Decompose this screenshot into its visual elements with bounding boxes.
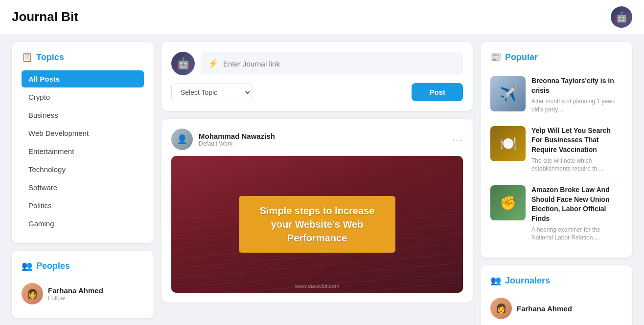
topic-item-entertainment[interactable]: Entertainment bbox=[22, 143, 144, 160]
bolt-icon: ⚡ bbox=[207, 58, 218, 69]
popular-title-1: Yelp Will Let You Search For Businesses … bbox=[531, 126, 622, 155]
journalers-header: 👥 Journalers bbox=[490, 275, 622, 286]
popular-content-1: Yelp Will Let You Search For Businesses … bbox=[531, 126, 622, 173]
topic-item-gaming[interactable]: Gaming bbox=[22, 215, 144, 232]
popular-title: Popular bbox=[505, 52, 538, 63]
journaler-item-0: 👩 Farhana Ahmed bbox=[490, 294, 622, 323]
journaler-avatar-0: 👩 bbox=[490, 298, 512, 319]
post-image: Simple steps to Increase your Website's … bbox=[171, 156, 463, 293]
popular-header: 📰 Popular bbox=[490, 52, 622, 63]
post-overlay-box: Simple steps to Increase your Website's … bbox=[239, 196, 395, 253]
peoples-icon: 👥 bbox=[22, 260, 32, 271]
people-item: 👩 Farhana Ahmed Follow bbox=[22, 279, 144, 308]
post-author-sub: Default Work bbox=[199, 140, 275, 147]
post-avatar: 👤 bbox=[171, 129, 193, 150]
journaler-info-0: Farhana Ahmed bbox=[517, 304, 572, 313]
header: Journal Bit 🤖 bbox=[0, 0, 644, 34]
post-composer: 🤖 ⚡ Select Topic Crypto Business Web Dev… bbox=[161, 42, 473, 111]
popular-desc-0: After months of planning 1 year-old's pa… bbox=[531, 97, 622, 114]
people-name: Farhana Ahmed bbox=[48, 286, 103, 295]
topic-item-web-development[interactable]: Web Development bbox=[22, 125, 144, 142]
topics-icon: 📋 bbox=[22, 52, 32, 63]
topic-item-all-posts[interactable]: All Posts bbox=[22, 70, 144, 87]
popular-img-crowd: 🍽️ bbox=[490, 126, 526, 161]
app-title: Journal Bit bbox=[12, 9, 78, 24]
topic-item-crypto[interactable]: Crypto bbox=[22, 88, 144, 106]
peoples-card: 👥 Peoples 👩 Farhana Ahmed Follow bbox=[12, 251, 154, 318]
journalers-card: 👥 Journalers 👩 Farhana Ahmed bbox=[481, 265, 632, 325]
left-sidebar: 📋 Topics All Posts Crypto Business Web D… bbox=[12, 42, 154, 325]
avatar-icon: 🤖 bbox=[616, 11, 628, 23]
popular-desc-1: The site will note which establishments … bbox=[531, 157, 622, 173]
peoples-title: Peoples bbox=[36, 261, 70, 271]
popular-img-plane: ✈️ bbox=[490, 76, 526, 111]
topics-header: 📋 Topics bbox=[22, 52, 144, 63]
people-info: Farhana Ahmed Follow bbox=[48, 286, 103, 302]
post-header: 👤 Mohammad Nawazish Default Work ··· bbox=[171, 129, 463, 150]
post-menu-button[interactable]: ··· bbox=[452, 134, 463, 145]
popular-item-1[interactable]: 🍽️ Yelp Will Let You Search For Business… bbox=[490, 120, 622, 179]
popular-title-0: Breonna Taylors'city is in crisis bbox=[531, 76, 622, 95]
popular-item-0[interactable]: ✈️ Breonna Taylors'city is in crisis Aft… bbox=[490, 70, 622, 120]
popular-title-2: Amazon Broke Law And Should Face New Uni… bbox=[531, 185, 622, 223]
topics-title: Topics bbox=[36, 52, 64, 63]
right-sidebar: 📰 Popular ✈️ Breonna Taylors'city is in … bbox=[481, 42, 632, 325]
post-author-info: 👤 Mohammad Nawazish Default Work bbox=[171, 129, 275, 150]
post-card: 👤 Mohammad Nawazish Default Work ··· Sim… bbox=[161, 119, 473, 303]
feed: 🤖 ⚡ Select Topic Crypto Business Web Dev… bbox=[161, 42, 473, 325]
topic-item-business[interactable]: Business bbox=[22, 107, 144, 124]
topic-item-politics[interactable]: Politics bbox=[22, 197, 144, 214]
popular-img-2: ✊ bbox=[490, 185, 526, 220]
journal-link-input[interactable] bbox=[223, 60, 456, 68]
post-button[interactable]: Post bbox=[412, 83, 463, 101]
main-layout: 📋 Topics All Posts Crypto Business Web D… bbox=[0, 34, 644, 325]
post-author-name: Mohammad Nawazish bbox=[199, 132, 275, 140]
popular-card: 📰 Popular ✈️ Breonna Taylors'city is in … bbox=[481, 42, 632, 258]
popular-img-protest: ✊ bbox=[490, 185, 526, 220]
topic-item-software[interactable]: Software bbox=[22, 179, 144, 196]
popular-img-1: 🍽️ bbox=[490, 126, 526, 161]
composer-bottom: Select Topic Crypto Business Web Develop… bbox=[171, 83, 463, 101]
people-sub: Follow bbox=[48, 295, 103, 302]
post-image-url: www.davsclot.com bbox=[295, 283, 339, 289]
popular-icon: 📰 bbox=[490, 52, 501, 63]
popular-img-0: ✈️ bbox=[490, 76, 526, 111]
topic-select[interactable]: Select Topic Crypto Business Web Develop… bbox=[171, 84, 252, 101]
topic-item-technology[interactable]: Technology bbox=[22, 161, 144, 178]
post-overlay-text: Simple steps to Increase your Website's … bbox=[253, 204, 382, 245]
composer-input-wrap: ⚡ bbox=[201, 52, 463, 75]
popular-desc-2: A hearing examiner for the National Labo… bbox=[531, 226, 622, 242]
topic-list: All Posts Crypto Business Web Developmen… bbox=[22, 70, 144, 232]
composer-top: 🤖 ⚡ bbox=[171, 52, 463, 75]
journaler-name-0: Farhana Ahmed bbox=[517, 304, 572, 313]
user-avatar[interactable]: 🤖 bbox=[611, 6, 632, 28]
topics-card: 📋 Topics All Posts Crypto Business Web D… bbox=[12, 42, 154, 243]
composer-avatar-icon: 🤖 bbox=[177, 57, 190, 70]
journalers-title: Journalers bbox=[505, 276, 550, 286]
composer-avatar: 🤖 bbox=[171, 52, 195, 75]
post-author-details: Mohammad Nawazish Default Work bbox=[199, 132, 275, 147]
popular-item-2[interactable]: ✊ Amazon Broke Law And Should Face New U… bbox=[490, 179, 622, 248]
peoples-header: 👥 Peoples bbox=[22, 260, 144, 271]
people-avatar: 👩 bbox=[22, 283, 43, 304]
journalers-icon: 👥 bbox=[490, 275, 501, 286]
popular-content-0: Breonna Taylors'city is in crisis After … bbox=[531, 76, 622, 114]
popular-content-2: Amazon Broke Law And Should Face New Uni… bbox=[531, 185, 622, 242]
